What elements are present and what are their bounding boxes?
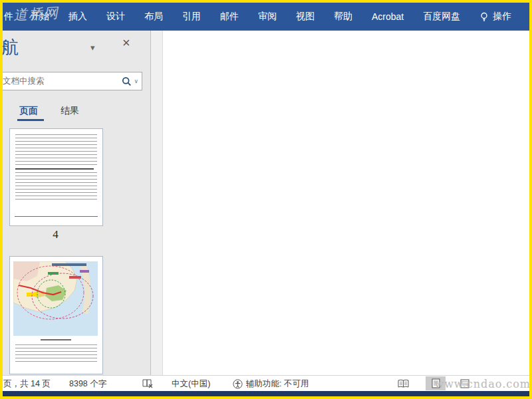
ribbon-tab-baidu-netdisk[interactable]: 百度网盘 [423, 11, 460, 23]
language-status[interactable]: 中文(中国) [172, 378, 210, 390]
thumbnail-text-lines [15, 344, 97, 363]
read-mode-button[interactable] [394, 376, 412, 390]
lightbulb-icon [479, 12, 489, 22]
page-thumbnail-4[interactable] [9, 128, 103, 226]
thumbnail-page-number: 4 [9, 228, 102, 241]
ribbon-tab-design[interactable]: 设计 [106, 11, 125, 23]
page-thumbnail-5[interactable] [9, 256, 103, 374]
navigation-pane-title-partial: 航 [1, 36, 19, 59]
nav-tab-results[interactable]: 结果 [61, 105, 79, 117]
search-input[interactable] [0, 76, 122, 86]
watermark-text: 道桥网 [13, 3, 59, 25]
ribbon-tab-mailings[interactable]: 邮件 [220, 11, 239, 23]
thumbnail-footer-rule [15, 216, 98, 217]
accessibility-icon [233, 379, 243, 389]
read-mode-icon [398, 379, 409, 388]
ribbon-tab-acrobat[interactable]: Acrobat [372, 11, 404, 22]
thumbnail-text-lines [15, 134, 97, 166]
thumbnail-text-lines [15, 172, 97, 201]
tell-me-search[interactable]: 操作 [479, 11, 511, 23]
navigation-pane: 航 ▾ × ∨ 页面 结果 4 [0, 31, 150, 375]
nav-pane-scrollbar[interactable] [150, 31, 163, 375]
document-search-box[interactable]: ∨ [0, 72, 142, 90]
ribbon-tab-bar: 开始 插入 设计 布局 引用 邮件 审阅 视图 帮助 Acrobat 百度网盘 … [0, 3, 532, 31]
ribbon-tab-review[interactable]: 审阅 [258, 11, 277, 23]
ribbon-tab-layout[interactable]: 布局 [144, 11, 163, 23]
region-map-image [13, 261, 98, 336]
search-options-chevron-icon[interactable]: ∨ [134, 78, 138, 84]
ribbon-tab-references[interactable]: 引用 [182, 11, 201, 23]
proofing-errors-icon[interactable] [142, 379, 153, 388]
tell-me-label: 操作 [493, 11, 511, 23]
ribbon-tab-file-partial[interactable]: 件 [4, 11, 13, 23]
word-window: { "watermarks": { "ribbon_watermark": "道… [0, 0, 532, 399]
thumbnail-heading-line [15, 168, 94, 170]
ribbon-tab-insert[interactable]: 插入 [68, 11, 87, 23]
search-icon[interactable] [122, 76, 132, 86]
accessibility-status[interactable]: 辅助功能: 不可用 [246, 378, 309, 390]
pane-options-chevron-down-icon[interactable]: ▾ [90, 43, 95, 53]
window-bottom-edge [0, 391, 532, 396]
thumbnail-caption-line [41, 339, 71, 340]
word-count-status[interactable]: 8398 个字 [69, 378, 106, 390]
status-bar: 页，共 14 页 8398 个字 中文(中国) 辅助功能: 不可用 www.cn… [0, 375, 532, 391]
watermark-text: www.cndao.com [434, 378, 531, 390]
active-tab-underline [17, 119, 44, 121]
nav-tab-pages[interactable]: 页面 [19, 105, 38, 117]
pane-close-icon[interactable]: × [122, 36, 130, 49]
ribbon-tab-help[interactable]: 帮助 [334, 11, 352, 23]
ribbon-tab-view[interactable]: 视图 [296, 11, 315, 23]
page-count-status[interactable]: 页，共 14 页 [3, 378, 51, 390]
document-page[interactable] [163, 31, 532, 375]
